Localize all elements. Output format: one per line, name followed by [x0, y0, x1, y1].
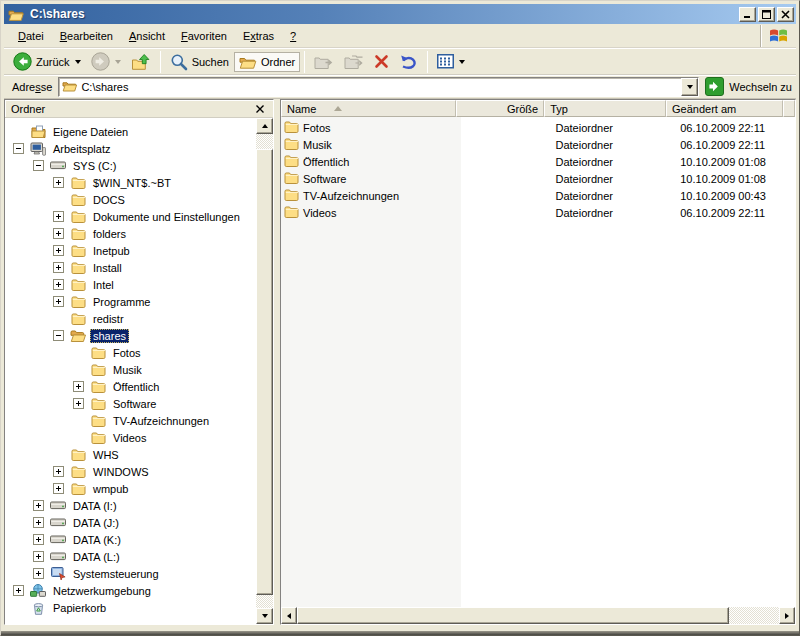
- tree-item-label[interactable]: DATA (I:): [70, 499, 120, 513]
- column-header[interactable]: Geändert am: [666, 100, 783, 117]
- folders-button[interactable]: Ordner: [234, 52, 300, 72]
- menu-item[interactable]: Favoriten: [173, 28, 235, 44]
- tree-item[interactable]: shares: [5, 327, 256, 344]
- tree-expand-box[interactable]: [53, 483, 64, 494]
- address-dropdown-button[interactable]: [681, 78, 698, 96]
- tree-item-label[interactable]: Inetpub: [90, 244, 133, 258]
- tree-item[interactable]: Fotos: [5, 344, 256, 361]
- tree-item-label[interactable]: Intel: [90, 278, 117, 292]
- tree-expand-box[interactable]: [33, 568, 44, 579]
- copy-to-button[interactable]: [339, 51, 369, 73]
- scroll-up-button[interactable]: [256, 118, 273, 134]
- up-button[interactable]: [126, 50, 156, 74]
- views-button[interactable]: [432, 51, 470, 72]
- tree-item-label[interactable]: WINDOWS: [90, 465, 152, 479]
- tree-item-label[interactable]: DOCS: [90, 193, 128, 207]
- list-horizontal-scrollbar[interactable]: [281, 607, 795, 624]
- tree-expand-box[interactable]: [53, 211, 64, 222]
- tree-item-label[interactable]: Install: [90, 261, 125, 275]
- tree-item-label[interactable]: Musik: [110, 363, 145, 377]
- move-to-button[interactable]: [309, 51, 339, 73]
- close-button[interactable]: [777, 7, 794, 22]
- forward-button[interactable]: [86, 49, 126, 74]
- tree-item[interactable]: $WIN_NT$.~BT: [5, 174, 256, 191]
- tree-item[interactable]: Intel: [5, 276, 256, 293]
- address-combobox[interactable]: C:\shares: [58, 77, 699, 97]
- tree-item[interactable]: DOCS: [5, 191, 256, 208]
- file-row[interactable]: FotosDateiordner06.10.2009 22:11: [281, 119, 795, 136]
- tree-item-label[interactable]: Software: [110, 397, 159, 411]
- tree-expand-box[interactable]: [53, 245, 64, 256]
- tree-item[interactable]: folders: [5, 225, 256, 242]
- file-name[interactable]: Fotos: [303, 122, 331, 134]
- scroll-right-button[interactable]: [779, 607, 795, 624]
- tree-item[interactable]: Dokumente und Einstellungen: [5, 208, 256, 225]
- tree-item-label[interactable]: shares: [90, 329, 129, 343]
- file-row[interactable]: TV-AufzeichnungenDateiordner10.10.2009 0…: [281, 187, 795, 204]
- tree-expand-box[interactable]: [33, 551, 44, 562]
- tree-item[interactable]: DATA (K:): [5, 531, 256, 548]
- tree-item-label[interactable]: Systemsteuerung: [70, 567, 162, 581]
- tree-item[interactable]: Musik: [5, 361, 256, 378]
- tree-item[interactable]: WHS: [5, 446, 256, 463]
- back-button[interactable]: Zurück: [8, 49, 86, 74]
- tree-item[interactable]: Videos: [5, 429, 256, 446]
- tree-item[interactable]: SYS (C:): [5, 157, 256, 174]
- tree-expand-box[interactable]: [53, 279, 64, 290]
- go-button[interactable]: Wechseln zu: [705, 77, 792, 98]
- tree-item-label[interactable]: Netzwerkumgebung: [50, 584, 154, 598]
- tree-item[interactable]: redistr: [5, 310, 256, 327]
- search-button[interactable]: Suchen: [165, 50, 234, 74]
- scroll-left-button[interactable]: [281, 607, 297, 624]
- tree-item[interactable]: Netzwerkumgebung: [5, 582, 256, 599]
- tree-expand-box[interactable]: [33, 534, 44, 545]
- maximize-button[interactable]: [758, 7, 775, 22]
- tree-expand-box[interactable]: [53, 262, 64, 273]
- tree-expand-box[interactable]: [73, 398, 84, 409]
- tree-item-label[interactable]: DATA (J:): [70, 516, 122, 530]
- tree-item[interactable]: Programme: [5, 293, 256, 310]
- address-value[interactable]: C:\shares: [81, 81, 681, 93]
- file-row[interactable]: MusikDateiordner06.10.2009 22:11: [281, 136, 795, 153]
- menu-item[interactable]: Bearbeiten: [52, 28, 121, 44]
- tree-item[interactable]: Install: [5, 259, 256, 276]
- tree-item[interactable]: Software: [5, 395, 256, 412]
- file-name[interactable]: Videos: [303, 207, 336, 219]
- tree-item[interactable]: Eigene Dateien: [5, 123, 256, 140]
- file-row[interactable]: VideosDateiordner06.10.2009 22:11: [281, 204, 795, 221]
- tree-item[interactable]: DATA (I:): [5, 497, 256, 514]
- tree-expand-box[interactable]: [13, 143, 24, 154]
- scrollbar-thumb[interactable]: [297, 607, 729, 624]
- file-name[interactable]: TV-Aufzeichnungen: [303, 190, 399, 202]
- tree-expand-box[interactable]: [73, 381, 84, 392]
- minimize-button[interactable]: [739, 7, 756, 22]
- column-header[interactable]: Name: [281, 100, 456, 117]
- scrollbar-thumb[interactable]: [256, 149, 273, 595]
- tree-item[interactable]: WINDOWS: [5, 463, 256, 480]
- scroll-down-button[interactable]: [256, 608, 273, 624]
- column-header[interactable]: Typ: [544, 100, 666, 117]
- menu-item[interactable]: Datei: [10, 28, 52, 44]
- tree-expand-box[interactable]: [53, 330, 64, 341]
- tree-item-label[interactable]: Dokumente und Einstellungen: [90, 210, 243, 224]
- tree-item-label[interactable]: Eigene Dateien: [50, 125, 131, 139]
- tree-item-label[interactable]: $WIN_NT$.~BT: [90, 176, 174, 190]
- tree-item-label[interactable]: WHS: [90, 448, 122, 462]
- menu-item[interactable]: Extras: [235, 28, 282, 44]
- tree-expand-box[interactable]: [33, 500, 44, 511]
- delete-button[interactable]: [369, 51, 394, 72]
- tree-item[interactable]: TV-Aufzeichnungen: [5, 412, 256, 429]
- tree-expand-box[interactable]: [53, 466, 64, 477]
- tree-item-label[interactable]: wmpub: [90, 482, 131, 496]
- tree-expand-box[interactable]: [53, 228, 64, 239]
- tree-item-label[interactable]: Papierkorb: [50, 601, 109, 615]
- tree-item-label[interactable]: DATA (K:): [70, 533, 124, 547]
- tree-item-label[interactable]: DATA (L:): [70, 550, 123, 564]
- tree-item-label[interactable]: Öffentlich: [110, 380, 162, 394]
- tree-item[interactable]: Papierkorb: [5, 599, 256, 616]
- undo-button[interactable]: [394, 50, 423, 73]
- file-name[interactable]: Software: [303, 173, 346, 185]
- column-header[interactable]: Größe: [456, 100, 544, 117]
- file-row[interactable]: SoftwareDateiordner10.10.2009 01:08: [281, 170, 795, 187]
- tree-item-label[interactable]: redistr: [90, 312, 127, 326]
